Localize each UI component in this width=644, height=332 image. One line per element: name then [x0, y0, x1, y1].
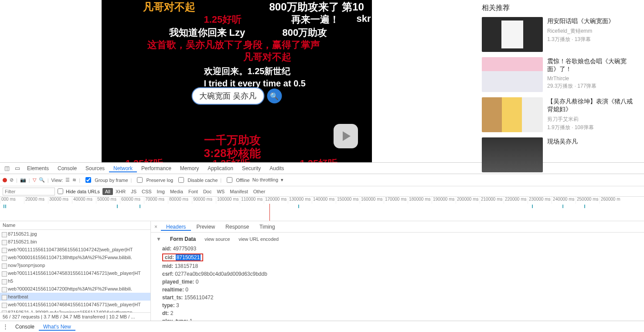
devtools-tab-security[interactable]: Security: [238, 165, 265, 171]
filter-type-media[interactable]: Media: [167, 188, 186, 195]
waterfall-icon[interactable]: ≋: [72, 177, 76, 183]
danmaku-text: 800万助攻来了 第10: [269, 0, 364, 14]
devtools-tab-audits[interactable]: Audits: [265, 165, 288, 171]
request-item[interactable]: heartbeat: [0, 293, 150, 301]
throttling-select[interactable]: No throttling ▾: [252, 177, 283, 183]
detail-tab-timing[interactable]: Timing: [254, 224, 280, 230]
filter-input[interactable]: [3, 188, 55, 195]
form-data-row-type: type: 3: [156, 301, 639, 309]
video-search-button[interactable]: 🔍: [267, 89, 282, 103]
form-data-row-played_time: played_time: 0: [156, 278, 639, 286]
hide-data-urls-label: Hide data URLs: [66, 189, 100, 194]
network-timeline[interactable]: 000 ms20000 ms30000 ms40000 ms50000 ms60…: [0, 197, 644, 221]
devtools-tab-console[interactable]: Console: [53, 165, 81, 171]
request-item[interactable]: web?000016155611047138https%3A%2F%2Fwww.…: [0, 253, 150, 261]
filter-type-ws[interactable]: WS: [214, 188, 227, 195]
danmaku-text: 再来一遍！: [291, 13, 339, 26]
request-item[interactable]: web?001114155611047468415561104745771|we…: [0, 301, 150, 308]
timeline-tick: 250000 ms: [576, 197, 600, 204]
filter-type-xhr[interactable]: XHR: [113, 188, 128, 195]
devtools-tab-memory[interactable]: Memory: [176, 165, 203, 171]
rec-thumbnail: [482, 57, 543, 92]
timeline-tick: 230000 ms: [528, 197, 552, 204]
danmaku-text: 1.25好听: [300, 157, 338, 162]
devtools-tab-network[interactable]: Network: [109, 165, 137, 172]
drawer-tab-console[interactable]: Console: [11, 324, 39, 330]
view-url-encoded-link[interactable]: view URL encoded: [239, 236, 279, 242]
timeline-tick: 110000 ms: [240, 197, 264, 204]
timeline-tick: 30000 ms: [48, 197, 72, 204]
devtools-tab-application[interactable]: Application: [203, 165, 238, 171]
form-data-row-play_type: play_type: 1: [156, 317, 639, 321]
devtools-tab-performance[interactable]: Performance: [137, 165, 176, 171]
disable-cache-checkbox[interactable]: [178, 177, 184, 183]
timeline-tick: 150000 ms: [336, 197, 360, 204]
timeline-cursor[interactable]: [269, 204, 270, 221]
danmaku-text: 1.25好听: [204, 13, 242, 26]
clear-icon[interactable]: ⊘: [10, 177, 14, 183]
detail-tab-headers[interactable]: Headers: [161, 224, 191, 231]
request-item[interactable]: h5: [0, 277, 150, 285]
filter-type-doc[interactable]: Doc: [201, 188, 215, 195]
offline-checkbox[interactable]: [227, 177, 232, 183]
timeline-tick: 100000 ms: [216, 197, 240, 204]
timeline-tick: 180000 ms: [408, 197, 432, 204]
group-by-frame-checkbox[interactable]: [85, 177, 91, 183]
devtools-tabs: ◫ ▭ ElementsConsoleSourcesNetworkPerform…: [0, 163, 644, 174]
recommendation-item[interactable]: 用安阳话唱《大碗宽面》 Ricefield_黄鳝emm 1.3万播放 · 13弹…: [482, 17, 635, 52]
device-icon[interactable]: ▭: [12, 165, 23, 171]
filter-type-img[interactable]: Img: [154, 188, 167, 195]
detail-tab-response[interactable]: Response: [220, 224, 254, 230]
rec-thumbnail: [482, 17, 543, 52]
request-item[interactable]: web?000024155611047200https%3A%2F%2Fwww.…: [0, 285, 150, 293]
video-player[interactable]: 凡哥对不起800万助攻来了 第101.25好听再来一遍！skr我知道你回来 Lz…: [102, 0, 372, 162]
recommendation-item[interactable]: 【吴亦凡蔡徐坤】表演《猪八戒背媳妇》 剪刀手艾米莉 1.9万播放 · 108弹幕: [482, 97, 635, 132]
danmaku-text: 1.25好听: [126, 157, 164, 162]
drawer-tab-what-s-new[interactable]: What's New: [39, 324, 75, 331]
danmaku-text: 凡哥对不起: [143, 0, 195, 14]
rec-stats: 29.3万播放 · 177弹幕: [547, 82, 635, 90]
record-icon[interactable]: [3, 178, 7, 182]
video-player-area: 凡哥对不起800万助攻来了 第101.25好听再来一遍！skr我知道你回来 Lz…: [0, 0, 473, 162]
filter-type-all[interactable]: All: [102, 188, 113, 195]
recommendation-item[interactable]: 震惊！谷歌娘也会唱《大碗宽面》了！ MrThircle 29.3万播放 · 17…: [482, 57, 635, 92]
video-search-input[interactable]: 大碗宽面 吴亦凡: [191, 87, 264, 105]
detail-tab-preview[interactable]: Preview: [191, 224, 220, 230]
devtools-tab-elements[interactable]: Elements: [23, 165, 53, 171]
request-item[interactable]: 87150521.bin: [0, 238, 150, 246]
form-data-row-aid: aid: 49775093: [156, 245, 639, 253]
request-list-header[interactable]: Name: [0, 221, 150, 230]
filter-toggle-icon[interactable]: ▽: [33, 177, 36, 183]
inspect-icon[interactable]: ◫: [2, 165, 12, 171]
timeline-tick: 160000 ms: [360, 197, 384, 204]
timeline-tick: 130000 ms: [288, 197, 312, 204]
request-item[interactable]: 87150521-1-30080.m4s?expires=1556117400&…: [0, 308, 150, 312]
collapse-icon[interactable]: ▼: [156, 236, 161, 242]
network-toolbar: ⊘ | 📷 | ▽ 🔍 | View: ☰ ≋ | Group by frame…: [0, 174, 644, 186]
danmaku-text: 欢迎回来。1.25新世纪: [204, 65, 291, 77]
rec-uploader: MrThircle: [547, 75, 635, 82]
filter-type-manifest[interactable]: Manifest: [227, 188, 251, 195]
request-item[interactable]: 87150521.jpg: [0, 230, 150, 238]
filter-type-other[interactable]: Other: [251, 188, 268, 195]
close-detail-icon[interactable]: ×: [151, 224, 161, 230]
drawer-menu-icon[interactable]: ⋮: [0, 323, 11, 330]
filter-type-font[interactable]: Font: [186, 188, 201, 195]
search-icon: 🔍: [270, 92, 279, 100]
preserve-log-checkbox[interactable]: [137, 177, 143, 183]
request-item[interactable]: now?jsonp=jsonp: [0, 261, 150, 269]
large-rows-icon[interactable]: ☰: [65, 177, 70, 183]
search-icon[interactable]: 🔍: [39, 177, 45, 183]
devtools-tab-sources[interactable]: Sources: [81, 165, 109, 171]
request-item[interactable]: web?001114155611047458315561104745721|we…: [0, 269, 150, 277]
filter-type-js[interactable]: JS: [128, 188, 139, 195]
form-data-row-csrf: csrf: 0277ea0bc98b0c4d0a9d009d63c9bddb: [156, 270, 639, 278]
play-button[interactable]: [334, 124, 358, 148]
timeline-tick: 50000 ms: [96, 197, 120, 204]
view-source-link[interactable]: view source: [204, 236, 230, 242]
hide-data-urls-checkbox[interactable]: [58, 188, 63, 194]
capture-icon[interactable]: 📷: [20, 177, 26, 183]
filter-type-css[interactable]: CSS: [139, 188, 154, 195]
request-item[interactable]: web?001111556110473856155611047242|web_p…: [0, 246, 150, 253]
rec-stats: 1.3万播放 · 13弹幕: [547, 36, 635, 43]
